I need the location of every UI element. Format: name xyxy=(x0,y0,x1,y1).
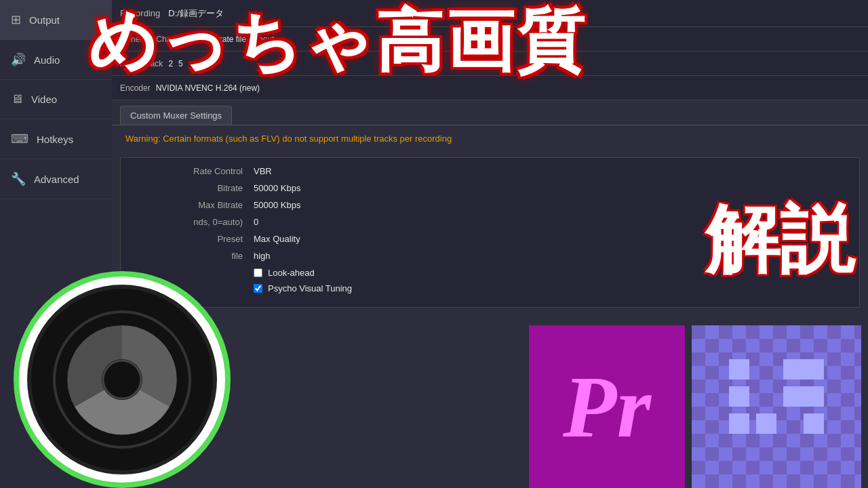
sidebar-label-video: Video xyxy=(31,94,57,105)
psycho-label: Psycho Visual Tuning xyxy=(268,283,352,293)
preset-label: Preset xyxy=(134,234,243,244)
audio-icon: 🔊 xyxy=(11,52,26,67)
audio-row: Audio Track 2 5 xyxy=(112,52,868,76)
preset-value: Max Quality xyxy=(254,234,300,244)
encoder-row: Encoder NVIDIA NVENC H.264 (new) xyxy=(112,76,868,100)
obs-icon xyxy=(47,305,197,454)
svg-rect-11 xyxy=(804,413,824,434)
sidebar-item-output[interactable]: ⊞ Output xyxy=(0,0,112,40)
audio-number2: 5 xyxy=(178,59,183,68)
profile-value: high xyxy=(254,251,271,261)
audio-label: Audio Track xyxy=(120,59,163,68)
rate-value: Generate file without ... xyxy=(199,35,283,44)
obs-logo-inner xyxy=(27,285,217,474)
custom-muxer-tab[interactable]: Custom Muxer Settings xyxy=(120,106,232,125)
rate-control-row: Rate Control VBR xyxy=(134,166,846,176)
bitrate-value: 50000 Kbps xyxy=(254,183,300,193)
bitrate-label: Bitrate xyxy=(134,183,243,193)
svg-rect-5 xyxy=(729,413,749,434)
vegas-badge xyxy=(692,325,861,488)
svg-rect-10 xyxy=(804,386,824,407)
recording-label: Recording xyxy=(120,8,160,18)
pr-letter: Pr xyxy=(563,356,651,458)
audio-number1: 2 xyxy=(168,59,173,68)
sidebar-item-video[interactable]: 🖥 Video xyxy=(0,80,112,119)
sidebar-item-advanced[interactable]: 🔧 Advanced xyxy=(0,159,112,199)
sidebar-label-hotkeys: Hotkeys xyxy=(37,134,73,145)
video-icon: 🖥 xyxy=(11,92,23,106)
lookahead-checkbox[interactable] xyxy=(254,268,262,277)
keyframe-label: nds, 0=auto) xyxy=(134,217,243,227)
encoder-label: Encoder xyxy=(120,83,151,93)
sidebar-item-hotkeys[interactable]: ⌨ Hotkeys xyxy=(0,119,112,159)
sidebar-label-audio: Audio xyxy=(34,54,60,66)
lookahead-label: Look-ahead xyxy=(268,268,315,278)
svg-rect-8 xyxy=(783,359,804,380)
obs-logo-outer xyxy=(14,271,231,488)
bitrate-row: Bitrate 50000 Kbps xyxy=(134,183,846,193)
max-bitrate-value: 50000 Kbps xyxy=(254,200,300,210)
top-bar: Recording D:/録画データ xyxy=(112,0,868,27)
rate-control-label: Rate Control xyxy=(134,166,243,176)
warning-bar: Warning: Certain formats (such as FLV) d… xyxy=(112,125,868,152)
rate-control-value: VBR xyxy=(254,166,272,176)
encoder-value: NVIDIA NVENC H.264 (new) xyxy=(156,83,260,93)
profile-label: file xyxy=(134,251,243,261)
tab-bar: Custom Muxer Settings xyxy=(112,100,868,125)
profile-row: file high xyxy=(134,251,846,261)
svg-rect-7 xyxy=(783,386,804,407)
keyframe-value: 0 xyxy=(254,217,258,227)
rate-label: Generate Chapter ... xyxy=(120,35,194,44)
warning-text: Warning: Certain formats (such as FLV) d… xyxy=(125,134,452,144)
hotkeys-icon: ⌨ xyxy=(11,131,28,146)
psycho-checkbox[interactable] xyxy=(254,284,262,293)
sidebar-label-advanced: Advanced xyxy=(34,174,79,185)
vegas-icon xyxy=(722,352,831,461)
svg-rect-6 xyxy=(756,413,776,434)
svg-point-1 xyxy=(102,359,142,400)
advanced-icon: 🔧 xyxy=(11,171,26,186)
sidebar-item-audio[interactable]: 🔊 Audio xyxy=(0,40,112,80)
max-bitrate-row: Max Bitrate 50000 Kbps xyxy=(134,200,846,210)
svg-rect-4 xyxy=(729,386,749,407)
options-row: Generate Chapter ... Generate file witho… xyxy=(112,27,868,52)
keyframe-row: nds, 0=auto) 0 xyxy=(134,217,846,227)
recording-path: D:/録画データ xyxy=(168,7,224,20)
pr-badge: Pr xyxy=(529,325,685,488)
svg-rect-9 xyxy=(804,359,824,380)
sidebar-label-output: Output xyxy=(29,14,60,26)
output-icon: ⊞ xyxy=(11,12,21,27)
preset-row: Preset Max Quality xyxy=(134,234,846,244)
obs-logo-container xyxy=(14,271,244,488)
svg-rect-3 xyxy=(729,359,749,380)
max-bitrate-label: Max Bitrate xyxy=(134,200,243,210)
